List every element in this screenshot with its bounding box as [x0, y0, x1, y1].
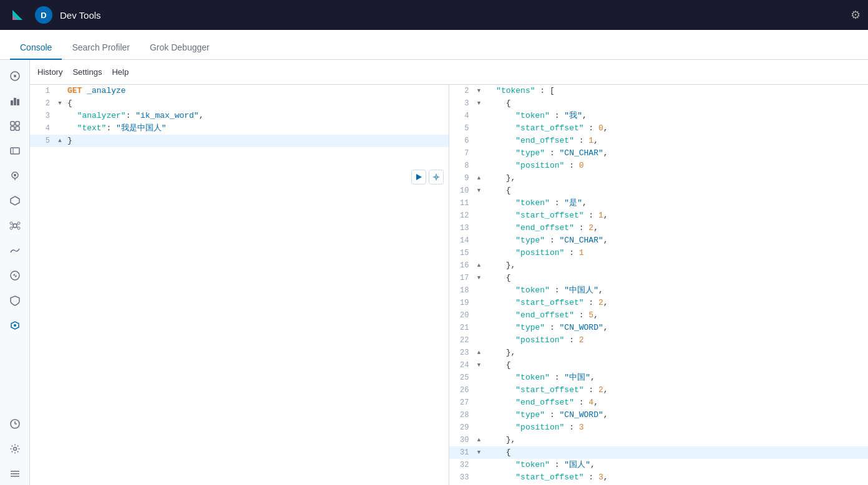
left-code-editor[interactable]: 1 GET _analyze 2 ▼ { 3 "analyzer": — [30, 85, 449, 485]
global-settings-icon[interactable]: ⚙ — [851, 8, 861, 22]
svg-point-24 — [14, 324, 16, 327]
right-line-29: 29 "position" : 3 — [449, 421, 869, 434]
config-button[interactable] — [429, 170, 444, 185]
svg-rect-3 — [14, 98, 16, 105]
right-line-6: 6 "end_offset" : 1, — [449, 135, 869, 147]
right-line-21: 21 "type" : "CN_WORD", — [449, 322, 869, 334]
settings-btn[interactable]: Settings — [72, 67, 102, 77]
right-line-16: 16 ▲ }, — [449, 259, 869, 272]
right-line-7: 7 "type" : "CN_CHAR", — [449, 147, 869, 160]
editor-area: 1 GET _analyze 2 ▼ { 3 "analyzer": — [30, 85, 868, 485]
svg-point-30 — [435, 176, 437, 178]
svg-point-16 — [17, 222, 20, 224]
svg-point-14 — [13, 224, 17, 228]
right-line-3: 3 ▼ { — [449, 97, 869, 110]
right-line-11: 11 "token" : "是", — [449, 197, 869, 209]
graph-icon[interactable] — [4, 214, 26, 237]
sidebar — [0, 60, 30, 485]
run-button[interactable] — [411, 170, 426, 185]
app-title: Dev Tools — [60, 10, 843, 21]
user-avatar[interactable]: D — [35, 6, 52, 24]
history-btn[interactable]: History — [37, 67, 62, 77]
right-line-26: 26 "start_offset" : 2, — [449, 384, 869, 396]
svg-marker-29 — [416, 174, 422, 180]
right-line-20: 20 "end_offset" : 5, — [449, 309, 869, 322]
help-btn[interactable]: Help — [112, 67, 129, 77]
main-layout: History Settings Help 1 GET _analyze 2 — [0, 60, 868, 485]
right-line-18: 18 "token" : "中国人", — [449, 284, 869, 297]
svg-rect-5 — [11, 122, 14, 125]
right-line-33: 33 "start_offset" : 3, — [449, 471, 869, 484]
right-line-8: 8 "position" : 0 — [449, 160, 869, 172]
svg-point-15 — [10, 222, 12, 224]
svg-point-1 — [14, 75, 16, 77]
sub-toolbar: History Settings Help — [30, 60, 868, 85]
right-code-editor[interactable]: 2 ▼ "tokens" : [ 3 ▼ { 4 — [449, 85, 869, 485]
svg-point-25 — [13, 448, 16, 451]
visualize-icon[interactable] — [4, 90, 26, 112]
pane-divider[interactable]: ⋮ — [446, 278, 449, 292]
svg-rect-8 — [16, 127, 19, 130]
line-actions — [411, 170, 444, 185]
uptime-icon[interactable] — [4, 239, 26, 262]
code-line-1: 1 GET _analyze — [30, 85, 449, 97]
right-line-32: 32 "token" : "国人", — [449, 459, 869, 471]
top-bar: D Dev Tools ⚙ — [0, 0, 868, 30]
right-line-22: 22 "position" : 2 — [449, 334, 869, 347]
right-line-2: 2 ▼ "tokens" : [ — [449, 85, 869, 97]
right-line-15: 15 "position" : 1 — [449, 247, 869, 259]
svg-rect-6 — [16, 122, 19, 125]
code-line-4: 4 "text": "我是中国人" — [30, 122, 449, 135]
tab-bar: Console Search Profiler Grok Debugger — [0, 30, 868, 60]
right-line-10: 10 ▼ { — [449, 185, 869, 197]
code-line-2: 2 ▼ { — [30, 97, 449, 110]
tab-search-profiler[interactable]: Search Profiler — [62, 36, 140, 60]
tab-console[interactable]: Console — [10, 36, 62, 60]
collapse-sidebar-icon[interactable] — [4, 463, 26, 485]
apm-icon[interactable] — [4, 264, 26, 287]
svg-point-18 — [17, 227, 20, 229]
monitoring-icon[interactable] — [4, 413, 26, 435]
siem-icon[interactable] — [4, 289, 26, 312]
left-editor-pane: 1 GET _analyze 2 ▼ { 3 "analyzer": — [30, 85, 449, 485]
canvas-icon[interactable] — [4, 140, 26, 162]
svg-rect-7 — [11, 127, 14, 130]
right-line-13: 13 "end_offset" : 2, — [449, 222, 869, 234]
right-line-31: 31 ▼ { — [449, 446, 869, 459]
right-editor-pane: 2 ▼ "tokens" : [ 3 ▼ { 4 — [449, 85, 869, 485]
right-line-27: 27 "end_offset" : 4, — [449, 396, 869, 409]
right-line-14: 14 "type" : "CN_CHAR", — [449, 234, 869, 247]
right-line-19: 19 "start_offset" : 2, — [449, 297, 869, 309]
dashboard-icon[interactable] — [4, 115, 26, 137]
code-line-5: 5 ▲ } — [30, 135, 449, 147]
svg-point-12 — [14, 174, 16, 176]
right-line-25: 25 "token" : "中国", — [449, 372, 869, 384]
discover-icon[interactable] — [4, 65, 26, 87]
right-line-17: 17 ▼ { — [449, 272, 869, 284]
maps-icon[interactable] — [4, 165, 26, 187]
svg-rect-9 — [11, 148, 19, 154]
tab-grok-debugger[interactable]: Grok Debugger — [140, 36, 220, 60]
ml-icon[interactable] — [4, 190, 26, 212]
settings-nav-icon[interactable] — [4, 438, 26, 460]
devtools-icon[interactable] — [4, 314, 26, 337]
right-line-23: 23 ▲ }, — [449, 347, 869, 359]
code-line-3: 3 "analyzer": "ik_max_word", — [30, 110, 449, 122]
right-line-30: 30 ▲ }, — [449, 434, 869, 446]
right-line-24: 24 ▼ { — [449, 359, 869, 372]
kibana-logo — [7, 5, 27, 25]
right-line-9: 9 ▲ }, — [449, 172, 869, 185]
content-area: History Settings Help 1 GET _analyze 2 — [30, 60, 868, 485]
right-line-28: 28 "type" : "CN_WORD", — [449, 409, 869, 421]
svg-rect-4 — [17, 99, 19, 105]
svg-marker-13 — [11, 196, 19, 205]
right-line-5: 5 "start_offset" : 0, — [449, 122, 869, 135]
svg-rect-2 — [11, 100, 13, 105]
right-line-12: 12 "start_offset" : 1, — [449, 209, 869, 222]
svg-point-17 — [10, 227, 12, 229]
right-line-4: 4 "token" : "我", — [449, 110, 869, 122]
